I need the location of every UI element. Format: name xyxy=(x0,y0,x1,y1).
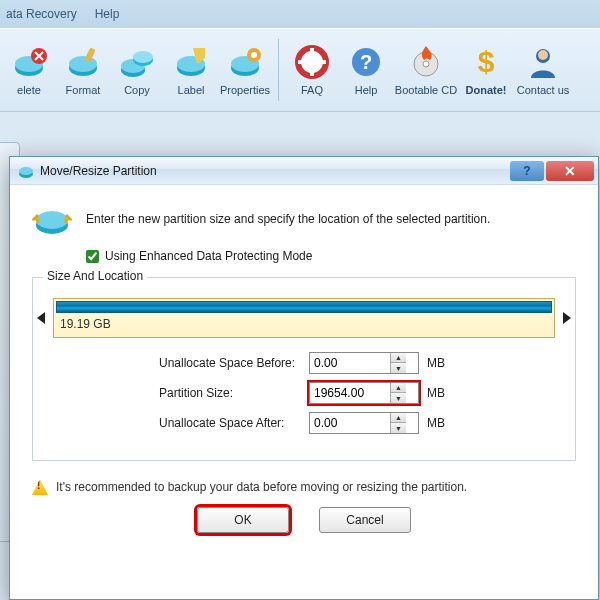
svg-point-21 xyxy=(423,61,429,67)
partition-size-text: 19.19 GB xyxy=(60,317,111,331)
dialog-help-button[interactable]: ? xyxy=(510,161,544,181)
spinner[interactable]: ▲▼ xyxy=(390,383,406,403)
dialog-title: Move/Resize Partition xyxy=(40,164,508,178)
toolbar-donate[interactable]: $ Donate! xyxy=(459,35,513,105)
svg-text:$: $ xyxy=(478,45,495,78)
unallocate-before-label: Unallocate Space Before: xyxy=(49,356,309,370)
toolbar-properties[interactable]: Properties xyxy=(218,35,272,105)
toolbar-label: Copy xyxy=(124,84,150,96)
partition-size-input[interactable] xyxy=(310,386,390,400)
disk-copy-icon xyxy=(119,44,155,80)
unallocate-after-field[interactable]: ▲▼ xyxy=(309,412,419,434)
toolbar-help[interactable]: ? Help xyxy=(339,35,393,105)
toolbar-label: Properties xyxy=(220,84,270,96)
svg-point-15 xyxy=(251,52,257,58)
resize-handle-left[interactable] xyxy=(37,312,45,324)
toolbar-label: Help xyxy=(355,84,378,96)
toolbar-format[interactable]: Format xyxy=(56,35,110,105)
svg-point-28 xyxy=(36,211,68,229)
svg-text:?: ? xyxy=(360,51,372,73)
cd-fire-icon xyxy=(408,44,444,80)
toolbar-label: Bootable CD xyxy=(395,84,457,96)
unallocate-after-label: Unallocate Space After: xyxy=(49,416,309,430)
person-icon xyxy=(525,44,561,80)
dollar-icon: $ xyxy=(468,44,504,80)
lifesaver-icon xyxy=(294,44,330,80)
toolbar-copy[interactable]: Copy xyxy=(110,35,164,105)
disk-delete-icon xyxy=(11,44,47,80)
ok-button[interactable]: OK xyxy=(197,507,289,533)
partition-size-field[interactable]: ▲▼ xyxy=(309,382,419,404)
spinner[interactable]: ▲▼ xyxy=(390,413,406,433)
disk-properties-icon xyxy=(227,44,263,80)
cancel-button[interactable]: Cancel xyxy=(319,507,411,533)
size-location-group: Size And Location 19.19 GB Unallocate Sp… xyxy=(32,277,576,461)
enhanced-mode-label: Using Enhanced Data Protecting Mode xyxy=(105,249,312,263)
toolbar-label: Label xyxy=(178,84,205,96)
toolbar-label: Format xyxy=(66,84,101,96)
toolbar-label: FAQ xyxy=(301,84,323,96)
enhanced-mode-checkbox[interactable] xyxy=(86,250,99,263)
warning-row: It's recommended to backup your data bef… xyxy=(32,479,576,495)
unallocate-after-input[interactable] xyxy=(310,416,390,430)
resize-handle-right[interactable] xyxy=(563,312,571,324)
toolbar-faq[interactable]: FAQ xyxy=(285,35,339,105)
unallocate-before-field[interactable]: ▲▼ xyxy=(309,352,419,374)
toolbar-bootable-cd[interactable]: Bootable CD xyxy=(393,35,459,105)
menu-bar: ata Recovery Help xyxy=(0,0,600,28)
dialog-close-button[interactable]: ✕ xyxy=(546,161,594,181)
toolbar-label: Donate! xyxy=(466,84,507,96)
partition-used-region xyxy=(56,301,552,313)
disk-format-icon xyxy=(65,44,101,80)
svg-point-24 xyxy=(538,50,548,60)
main-toolbar: elete Format Copy Label Properties FAQ ? xyxy=(0,28,600,112)
toolbar-label: elete xyxy=(17,84,41,96)
menu-item-data-recovery[interactable]: ata Recovery xyxy=(6,7,77,21)
toolbar-delete[interactable]: elete xyxy=(2,35,56,105)
group-legend: Size And Location xyxy=(43,269,147,283)
question-icon: ? xyxy=(348,44,384,80)
warning-icon xyxy=(32,479,48,495)
menu-item-help[interactable]: Help xyxy=(95,7,120,21)
toolbar-label: Contact us xyxy=(517,84,570,96)
resize-icon xyxy=(32,199,72,239)
dialog-titlebar: Move/Resize Partition ? ✕ xyxy=(10,157,598,185)
partition-icon xyxy=(18,163,34,179)
warning-text: It's recommended to backup your data bef… xyxy=(56,480,467,494)
partition-bar[interactable]: 19.19 GB xyxy=(53,298,555,338)
toolbar-separator xyxy=(278,39,279,101)
move-resize-dialog: Move/Resize Partition ? ✕ Enter the new … xyxy=(9,156,599,600)
unallocate-before-input[interactable] xyxy=(310,356,390,370)
svg-point-9 xyxy=(133,51,153,63)
toolbar-contact[interactable]: Contact us xyxy=(513,35,573,105)
spinner[interactable]: ▲▼ xyxy=(390,353,406,373)
dialog-intro: Enter the new partition size and specify… xyxy=(86,212,490,226)
toolbar-label[interactable]: Label xyxy=(164,35,218,105)
partition-size-label: Partition Size: xyxy=(49,386,309,400)
disk-label-icon xyxy=(173,44,209,80)
svg-point-26 xyxy=(19,167,33,175)
unit-label: MB xyxy=(427,386,445,400)
unit-label: MB xyxy=(427,356,445,370)
svg-point-4 xyxy=(69,56,97,72)
unit-label: MB xyxy=(427,416,445,430)
